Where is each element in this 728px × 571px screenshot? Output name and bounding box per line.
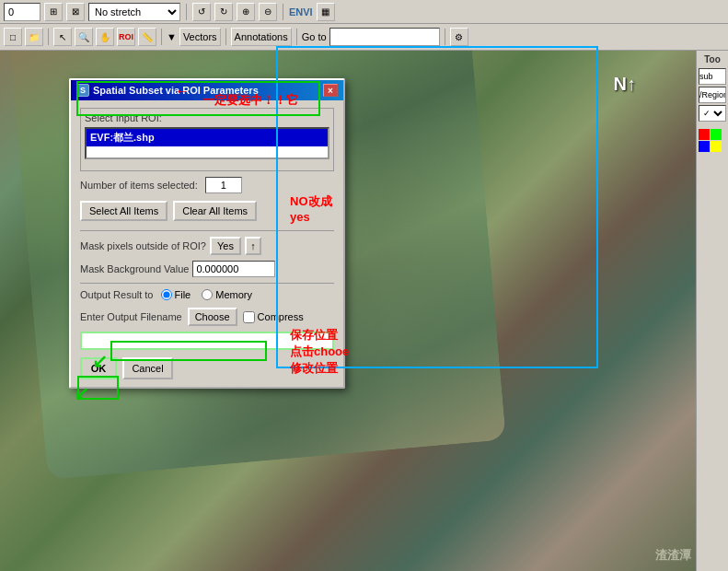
color-green	[711, 129, 722, 140]
color-red	[699, 129, 710, 140]
output-result-row: Output Result to File Memory	[80, 289, 334, 300]
right-panel-input1[interactable]	[699, 68, 726, 85]
dialog-icon: S	[76, 84, 89, 97]
right-panel-select[interactable]: ✓	[699, 105, 726, 122]
vectors-dropdown[interactable]: Vectors	[179, 28, 221, 46]
right-panel-title: Too	[699, 54, 726, 64]
memory-radio-label[interactable]: Memory	[202, 289, 252, 300]
dialog-title-left: S Spatial Subset via ROI Parameters	[76, 84, 259, 97]
memory-label: Memory	[215, 289, 252, 300]
color-blue	[699, 141, 710, 152]
position-input[interactable]	[4, 3, 40, 21]
output-result-label: Output Result to	[80, 289, 154, 300]
cancel-button[interactable]: Cancel	[122, 357, 173, 379]
spatial-subset-dialog: S Spatial Subset via ROI Parameters × Se…	[69, 78, 345, 389]
file-label: File	[175, 289, 191, 300]
filename-input-row	[80, 332, 334, 350]
new-icon[interactable]: □	[4, 28, 22, 46]
divider2	[80, 283, 334, 284]
sep5	[225, 29, 226, 45]
toolbar-icon2[interactable]: ⊠	[66, 3, 85, 21]
toolbar-row2: □ 📁 ↖ 🔍 ✋ ROI 📏 ▼ Vectors Annotations Go…	[0, 24, 728, 50]
file-radio-label[interactable]: File	[161, 289, 191, 300]
menu-icon[interactable]: ▦	[317, 3, 335, 21]
compress-label: Compress	[258, 311, 304, 322]
dialog-titlebar: S Spatial Subset via ROI Parameters ×	[71, 80, 343, 100]
dialog-close-button[interactable]: ×	[323, 84, 338, 97]
dialog-title-text: Spatial Subset via ROI Parameters	[93, 85, 259, 96]
measure-icon[interactable]: 📏	[138, 28, 156, 46]
sep1	[186, 4, 187, 20]
sep7	[445, 29, 445, 45]
ok-button[interactable]: OK	[80, 357, 117, 379]
sep2	[283, 4, 283, 20]
zoom-out-icon[interactable]: ⊖	[259, 3, 277, 21]
select-all-button[interactable]: Select All Items	[80, 201, 168, 221]
roi-section: Select Input ROI: EVF:都兰.shp	[80, 108, 334, 171]
goto-input[interactable]	[329, 28, 440, 46]
zoom-tool-icon[interactable]: 🔍	[75, 28, 93, 46]
goto-label: Go to	[302, 31, 327, 42]
dialog-overlay: S Spatial Subset via ROI Parameters × Se…	[69, 78, 345, 389]
compress-checkbox[interactable]	[243, 311, 255, 323]
ok-cancel-row: OK Cancel	[80, 357, 334, 379]
mask-pixels-label: Mask pixels outside of ROI?	[80, 240, 206, 251]
toolbar: ⊞ ⊠ No stretch ↺ ↻ ⊕ ⊖ ENVI ▦ □ 📁 ↖ 🔍 ✋ …	[0, 0, 728, 51]
items-count-row: Number of items selected:	[80, 177, 334, 193]
choose-button[interactable]: Choose	[188, 308, 237, 326]
dialog-content: Select Input ROI: EVF:都兰.shp Number of i…	[71, 100, 343, 387]
toolbar-icon1[interactable]: ⊞	[44, 3, 63, 21]
color-yellow	[711, 141, 722, 152]
roi-icon[interactable]: ROI	[117, 28, 135, 46]
divider1	[80, 230, 334, 231]
annotations-dropdown[interactable]: Annotations	[231, 28, 292, 46]
vectors-label: ▼	[167, 31, 177, 42]
select-clear-row: Select All Items Clear All Items	[80, 201, 334, 221]
rotate-icon[interactable]: ↺	[192, 3, 211, 21]
settings-icon[interactable]: ⚙	[450, 28, 468, 46]
filename-label: Enter Output Filename	[80, 311, 182, 322]
sep6	[296, 29, 297, 45]
right-panel-input2[interactable]	[699, 87, 726, 103]
refresh-icon[interactable]: ↻	[214, 3, 233, 21]
roi-listbox[interactable]: EVF:都兰.shp	[85, 127, 329, 159]
mask-arrow-button[interactable]: ↑	[245, 237, 261, 255]
items-count-label: Number of items selected:	[80, 180, 198, 191]
north-arrow: N↑	[614, 74, 636, 95]
filename-input[interactable]	[80, 332, 334, 350]
compress-row: Compress	[243, 311, 304, 323]
sep4	[161, 29, 162, 45]
stretch-select[interactable]: No stretch	[88, 3, 180, 21]
file-radio[interactable]	[161, 289, 172, 300]
filename-row: Enter Output Filename Choose Compress	[80, 308, 334, 326]
main-content: S Spatial Subset via ROI Parameters × Se…	[0, 51, 696, 571]
mask-bg-row: Mask Background Value	[80, 261, 334, 277]
zoom-icon[interactable]: ⊕	[237, 3, 255, 21]
cursor-icon[interactable]: ↖	[53, 28, 72, 46]
pan-icon[interactable]: ✋	[96, 28, 114, 46]
roi-listbox-item[interactable]: EVF:都兰.shp	[87, 129, 328, 146]
output-radio-group: File Memory	[161, 289, 252, 300]
mask-bg-input[interactable]	[192, 261, 275, 277]
mask-bg-label: Mask Background Value	[80, 263, 189, 274]
watermark: 渣渣潭	[655, 547, 691, 564]
color-palette	[699, 129, 726, 152]
envi-logo: ENVI	[289, 6, 313, 17]
items-count-input[interactable]	[205, 177, 242, 193]
right-panel: Too ✓	[696, 51, 728, 571]
sep3	[48, 29, 49, 45]
clear-all-button[interactable]: Clear All Items	[173, 201, 257, 221]
select-roi-label: Select Input ROI:	[85, 112, 329, 123]
open-icon[interactable]: 📁	[25, 28, 43, 46]
toolbar-row1: ⊞ ⊠ No stretch ↺ ↻ ⊕ ⊖ ENVI ▦	[0, 0, 728, 24]
mask-pixels-row: Mask pixels outside of ROI? Yes ↑	[80, 237, 334, 255]
memory-radio[interactable]	[202, 289, 213, 300]
mask-yes-button[interactable]: Yes	[210, 237, 241, 255]
